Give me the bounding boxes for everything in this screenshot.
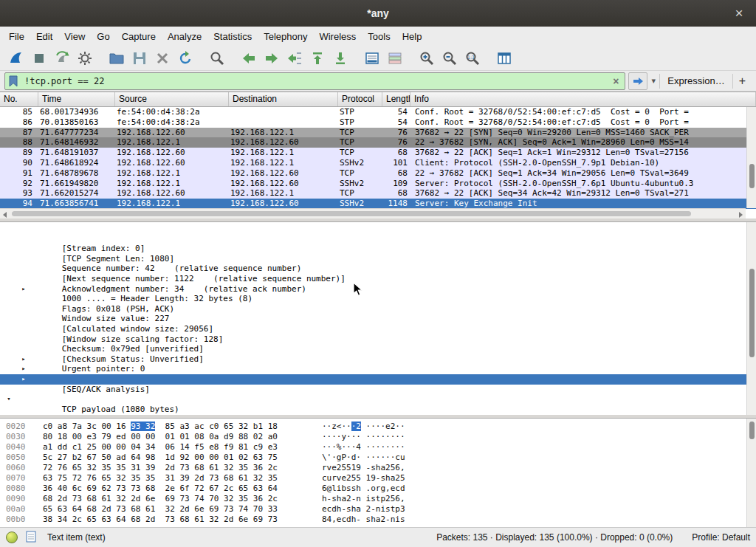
scroll-left-arrow[interactable] <box>3 212 7 218</box>
detail-line[interactable]: ▸ Options: (12 bytes), No-Operation (NOP… <box>0 354 756 365</box>
column-info[interactable]: Info <box>410 92 756 106</box>
packet-list-hscroll-thumb[interactable] <box>12 211 691 216</box>
restart-capture-icon[interactable] <box>50 48 73 69</box>
hex-ascii[interactable]: rve25519 -sha256, <box>322 463 405 473</box>
menu-item[interactable]: Capture <box>116 29 162 44</box>
hex-vscrollbar[interactable] <box>746 419 756 527</box>
resize-columns-icon[interactable] <box>492 48 515 69</box>
menu-item[interactable]: View <box>58 29 91 44</box>
hex-ascii[interactable]: ····y··· ········ <box>322 432 405 442</box>
hex-bytes[interactable]: c0 a8 7a 3c 00 16 93 32 85 a3 ac c0 65 3… <box>43 422 286 432</box>
hex-row[interactable]: 0080 36 40 6c 69 62 73 73 68 2e 6f 72 67… <box>0 484 756 494</box>
expand-arrow-icon[interactable]: ▸ <box>19 284 28 295</box>
reload-icon[interactable] <box>173 48 196 69</box>
detail-line[interactable]: 1000 .... = Header Length: 32 bytes (8) <box>0 274 756 284</box>
filter-apply-icon[interactable] <box>628 72 647 90</box>
packet-row[interactable]: 93 71.662015274 192.168.122.60 192.168.1… <box>0 188 756 199</box>
filter-bookmark-icon[interactable] <box>8 75 18 87</box>
capture-comment-icon[interactable] <box>25 531 37 545</box>
detail-line[interactable]: Checksum: 0x79ed [unverified] <box>0 324 756 334</box>
close-window-icon[interactable]: × <box>729 4 749 23</box>
zoom-out-icon[interactable] <box>438 48 461 69</box>
detail-line[interactable]: Urgent pointer: 0 <box>0 344 756 354</box>
hex-ascii[interactable]: ecdh-sha 2-nistp3 <box>322 504 405 515</box>
hex-row[interactable]: 00b0 38 34 2c 65 63 64 68 2d 73 68 61 32… <box>0 515 756 525</box>
go-bottom-icon[interactable] <box>329 48 351 69</box>
go-to-packet-icon[interactable] <box>283 48 306 69</box>
find-packet-icon[interactable] <box>205 48 228 69</box>
menu-item[interactable]: Edit <box>30 29 58 44</box>
column-length[interactable]: Length <box>382 92 410 106</box>
display-filter-input[interactable] <box>23 75 610 87</box>
detail-line[interactable]: ▸ Flags: 0x018 (PSH, ACK) <box>0 284 756 295</box>
details-vscroll-thumb[interactable] <box>749 269 755 357</box>
detail-line[interactable]: ▾ SSH Protocol <box>0 394 756 405</box>
menu-item[interactable]: Analyze <box>162 29 207 44</box>
expression-button[interactable]: Expression… <box>659 74 732 89</box>
capture-options-icon[interactable] <box>73 48 96 69</box>
hex-bytes[interactable]: 38 34 2c 65 63 64 68 2d 73 68 61 32 2d 6… <box>43 515 286 525</box>
hex-ascii[interactable]: ···%···4 ········ <box>322 442 405 453</box>
detail-line[interactable]: [Window size scaling factor: 128] <box>0 314 756 324</box>
go-top-icon[interactable] <box>306 48 329 69</box>
stop-capture-icon[interactable] <box>27 48 50 69</box>
hex-row[interactable]: 0040 a1 dd c1 25 00 00 04 34 06 14 f5 e8… <box>0 442 756 453</box>
hex-bytes[interactable]: 5c 27 b2 67 50 ad 64 98 1d 92 00 00 01 0… <box>43 453 286 463</box>
hex-row[interactable]: 00a0 65 63 64 68 2d 73 68 61 32 2d 6e 69… <box>0 504 756 515</box>
packet-row[interactable]: 86 70.013850163 fe:54:00:d4:38:2a STP 54… <box>0 117 756 128</box>
packet-list-vscrollbar[interactable] <box>746 107 756 208</box>
expand-arrow-icon[interactable]: ▸ <box>19 364 28 374</box>
menu-item[interactable]: Telephony <box>258 29 313 44</box>
filter-clear-icon[interactable]: × <box>610 75 622 87</box>
hex-row[interactable]: 0070 63 75 72 76 65 32 35 35 31 39 2d 73… <box>0 473 756 484</box>
hex-ascii[interactable]: ··z<···2 ····e2·· <box>322 422 405 432</box>
hex-row[interactable]: 0060 72 76 65 32 35 35 31 39 2d 73 68 61… <box>0 463 756 473</box>
hex-bytes[interactable]: 63 75 72 76 65 32 35 35 31 39 2d 73 68 6… <box>43 473 286 484</box>
start-capture-icon[interactable] <box>4 48 27 69</box>
close-file-icon[interactable] <box>151 48 173 69</box>
expand-arrow-icon[interactable]: ▸ <box>19 354 28 365</box>
detail-line[interactable]: Sequence number: 42 (relative sequence n… <box>0 244 756 254</box>
expert-info-icon[interactable] <box>6 531 18 543</box>
packet-row[interactable]: 92 71.661949820 192.168.122.1 192.168.12… <box>0 179 756 189</box>
column-time[interactable]: Time <box>38 92 115 106</box>
hex-row[interactable]: 0050 5c 27 b2 67 50 ad 64 98 1d 92 00 00… <box>0 453 756 463</box>
hex-bytes[interactable]: 36 40 6c 69 62 73 73 68 2e 6f 72 67 2c 6… <box>43 484 286 494</box>
detail-line[interactable]: Acknowledgment number: 34 (relative ack … <box>0 264 756 274</box>
hex-bytes[interactable]: 65 63 64 68 2d 73 68 61 32 2d 6e 69 73 7… <box>43 504 286 515</box>
filter-dropdown-icon[interactable]: ▾ <box>647 73 659 89</box>
detail-line[interactable]: ▸ [Timestamps] <box>0 374 756 385</box>
profile-button[interactable]: Profile: Default <box>692 532 750 543</box>
titlebar[interactable]: *any × <box>0 0 756 27</box>
detail-line[interactable]: [Stream index: 0] <box>0 224 756 234</box>
expand-arrow-icon[interactable]: ▸ <box>19 374 28 385</box>
packet-row[interactable]: 89 71.648191037 192.168.122.60 192.168.1… <box>0 148 756 158</box>
packet-row[interactable]: 91 71.648789678 192.168.122.1 192.168.12… <box>0 168 756 179</box>
menu-item[interactable]: Tools <box>362 29 396 44</box>
column-destination[interactable]: Destination <box>229 92 338 106</box>
detail-line[interactable]: [TCP Segment Len: 1080] <box>0 234 756 244</box>
detail-line[interactable]: TCP payload (1080 bytes) <box>0 385 756 395</box>
packet-row[interactable]: 88 71.648146932 192.168.122.1 192.168.12… <box>0 137 756 148</box>
packet-row[interactable]: 85 68.001734936 fe:54:00:d4:38:2a STP 54… <box>0 107 756 117</box>
packet-row[interactable]: 90 71.648618924 192.168.122.60 192.168.1… <box>0 158 756 168</box>
detail-line[interactable]: [Calculated window size: 29056] <box>0 304 756 314</box>
colorize-icon[interactable] <box>383 48 406 69</box>
zoom-in-icon[interactable] <box>415 48 438 69</box>
detail-line[interactable]: ▸ [SEQ/ACK analysis] <box>0 364 756 374</box>
hex-ascii[interactable]: h-sha2-n istp256, <box>322 494 405 504</box>
hex-ascii[interactable]: curve255 19-sha25 <box>322 473 405 484</box>
hex-vscroll-thumb[interactable] <box>749 422 755 439</box>
hex-row[interactable]: 0030 80 18 00 e3 79 ed 00 00 01 01 08 0a… <box>0 432 756 442</box>
packet-list-hscrollbar[interactable] <box>0 208 746 219</box>
hex-bytes[interactable]: 80 18 00 e3 79 ed 00 00 01 01 08 0a d9 8… <box>43 432 286 442</box>
hex-row[interactable]: 0090 68 2d 73 68 61 32 2d 6e 69 73 74 70… <box>0 494 756 504</box>
save-file-icon[interactable] <box>128 48 151 69</box>
menu-item[interactable]: Help <box>396 29 428 44</box>
menu-item[interactable]: Wireless <box>313 29 362 44</box>
detail-line[interactable]: [Checksum Status: Unverified] <box>0 334 756 345</box>
hex-ascii[interactable]: 84,ecdh- sha2-nis <box>322 515 405 525</box>
packet-row[interactable]: 94 71.663856741 192.168.122.1 192.168.12… <box>0 199 756 209</box>
details-vscrollbar[interactable] <box>746 222 756 415</box>
menu-item[interactable]: Go <box>91 29 115 44</box>
